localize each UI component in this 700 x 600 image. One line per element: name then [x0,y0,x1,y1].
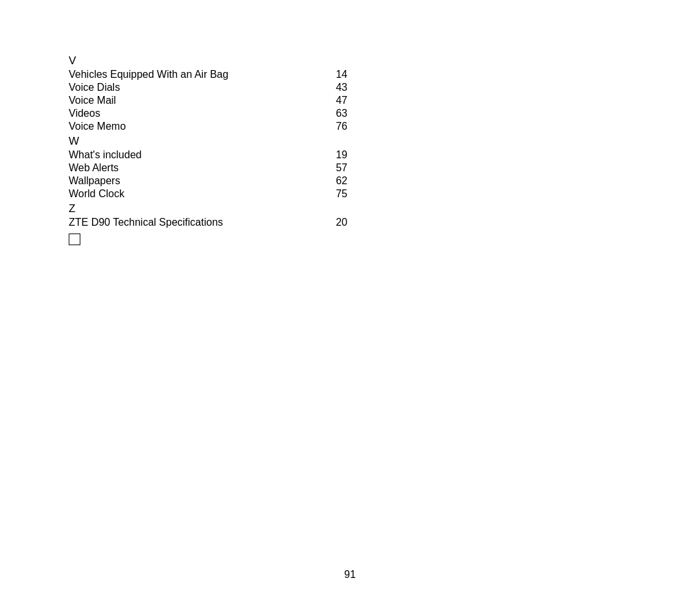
section-V: VVehicles Equipped With an Air Bag14Voic… [69,54,393,132]
entry-label: Voice Mail [69,95,116,106]
section-W: WWhat's included19Web Alerts57Wallpapers… [69,135,393,200]
index-row: Voice Dials43 [69,82,347,93]
entry-page: 75 [328,188,347,200]
entry-page: 76 [328,121,347,132]
entry-label: World Clock [69,188,124,200]
entry-page: 43 [328,82,347,93]
section-letter-Z: Z [69,202,393,215]
index-row: Voice Memo76 [69,121,347,132]
entry-label: Videos [69,108,100,119]
entry-label: What's included [69,149,141,161]
entry-page: 57 [328,162,347,174]
entry-label: ZTE D90 Technical Specifications [69,217,223,228]
entry-page: 20 [328,217,347,228]
index-row: Voice Mail47 [69,95,347,106]
section-letter-W: W [69,135,393,148]
entry-label: Web Alerts [69,162,119,174]
page-number: 91 [344,569,356,581]
index-row: Wallpapers62 [69,175,347,187]
section-Z: ZZTE D90 Technical Specifications20 [69,202,393,248]
entry-page: 19 [328,149,347,161]
special-character [69,234,80,245]
entry-label: Wallpapers [69,175,120,187]
entry-page: 62 [328,175,347,187]
entry-page: 14 [328,69,347,80]
index-row: Videos63 [69,108,347,119]
section-letter-V: V [69,54,393,67]
index-row: Web Alerts57 [69,162,347,174]
entry-label: Voice Memo [69,121,126,132]
index-row: World Clock75 [69,188,347,200]
entry-page: 47 [328,95,347,106]
entry-page: 63 [328,108,347,119]
entry-label: Vehicles Equipped With an Air Bag [69,69,228,80]
index-row: ZTE D90 Technical Specifications20 [69,217,347,228]
index-content: VVehicles Equipped With an Air Bag14Voic… [69,52,393,250]
index-row: Vehicles Equipped With an Air Bag14 [69,69,347,80]
entry-label: Voice Dials [69,82,120,93]
index-row: What's included19 [69,149,347,161]
